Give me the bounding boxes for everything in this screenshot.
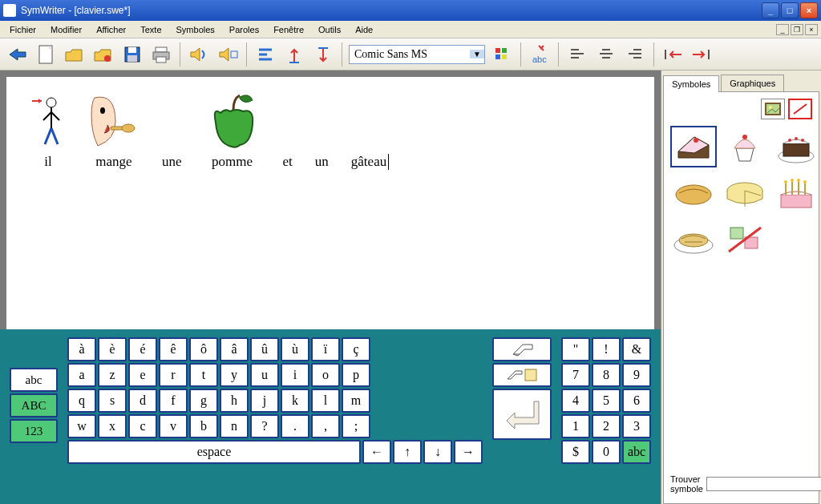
- menu-texte[interactable]: Texte: [134, 23, 168, 36]
- key-&[interactable]: &: [622, 337, 651, 361]
- key-arrow-up[interactable]: ↑: [393, 440, 422, 464]
- new-doc-icon[interactable]: [34, 42, 58, 67]
- key-q[interactable]: q: [67, 389, 96, 413]
- key-0[interactable]: 0: [592, 440, 621, 464]
- key-1[interactable]: 1: [561, 414, 590, 438]
- key-dollar[interactable]: $: [561, 440, 590, 464]
- key-w[interactable]: w: [67, 414, 96, 438]
- mdi-restore[interactable]: ❐: [791, 24, 803, 35]
- mode-123[interactable]: 123: [10, 419, 58, 443]
- open-icon[interactable]: [63, 42, 87, 67]
- key-2[interactable]: 2: [592, 414, 621, 438]
- close-button[interactable]: ×: [800, 2, 818, 18]
- key-y[interactable]: y: [220, 363, 249, 387]
- spellcheck-icon[interactable]: abc: [528, 42, 552, 67]
- symbol-cheese-wheel[interactable]: [722, 172, 768, 214]
- menu-fichier[interactable]: Fichier: [3, 23, 42, 36]
- key-"[interactable]: ": [561, 337, 590, 361]
- key-4[interactable]: 4: [561, 389, 590, 413]
- key-u[interactable]: u: [250, 363, 279, 387]
- key-à[interactable]: à: [67, 337, 96, 361]
- key-j[interactable]: j: [250, 389, 279, 413]
- key-ê[interactable]: ê: [159, 337, 188, 361]
- key-m[interactable]: m: [342, 389, 370, 413]
- key-f[interactable]: f: [159, 389, 188, 413]
- key-6[interactable]: 6: [622, 389, 651, 413]
- key-![interactable]: !: [592, 337, 621, 361]
- key-s[interactable]: s: [98, 389, 127, 413]
- key-arrow-right[interactable]: →: [454, 440, 483, 464]
- key-r[interactable]: r: [159, 363, 188, 387]
- symbol-fancy-cake[interactable]: [773, 126, 819, 167]
- menu-aide[interactable]: Aide: [349, 23, 379, 36]
- key-enter[interactable]: [492, 389, 552, 440]
- align-left-icon[interactable]: [253, 42, 277, 67]
- symbol-bread-roll[interactable]: [670, 172, 717, 214]
- key-i[interactable]: i: [281, 363, 309, 387]
- key-é[interactable]: é: [128, 337, 157, 361]
- key-ô[interactable]: ô: [189, 337, 218, 361]
- symbol-birthday-cake[interactable]: [773, 172, 819, 214]
- font-selector[interactable]: Comic Sans MS ▼: [349, 45, 485, 64]
- menu-modifier[interactable]: Modifier: [44, 23, 88, 36]
- mode-ABC[interactable]: ABC: [10, 393, 58, 417]
- no-symbol-icon[interactable]: [788, 99, 812, 119]
- key-c[interactable]: c: [128, 414, 157, 438]
- para-align-left-icon[interactable]: [565, 42, 589, 67]
- menu-fenetre[interactable]: Fenêtre: [267, 23, 310, 36]
- key-arrow-left[interactable]: ←: [362, 440, 391, 464]
- key-arrow-down[interactable]: ↓: [423, 440, 452, 464]
- key-ù[interactable]: ù: [281, 337, 309, 361]
- key-e[interactable]: e: [128, 363, 157, 387]
- indent-right-icon[interactable]: [690, 42, 714, 67]
- key-z[interactable]: z: [98, 363, 127, 387]
- speak-icon[interactable]: [187, 42, 211, 67]
- speak-word-icon[interactable]: [216, 42, 240, 67]
- key-è[interactable]: è: [98, 337, 127, 361]
- key-v[interactable]: v: [159, 414, 188, 438]
- key-.[interactable]: .: [281, 414, 309, 438]
- key-9[interactable]: 9: [622, 363, 651, 387]
- indent-left-icon[interactable]: [661, 42, 685, 67]
- key-ï[interactable]: ï: [311, 337, 340, 361]
- document[interactable]: il mange une: [6, 77, 654, 329]
- menu-outils[interactable]: Outils: [312, 23, 347, 36]
- para-align-right-icon[interactable]: [623, 42, 647, 67]
- key-,[interactable]: ,: [311, 414, 340, 438]
- menu-afficher[interactable]: Afficher: [90, 23, 132, 36]
- key-d[interactable]: d: [128, 389, 157, 413]
- key-o[interactable]: o: [311, 363, 340, 387]
- key-k[interactable]: k: [281, 389, 309, 413]
- print-icon[interactable]: [149, 42, 173, 67]
- mdi-minimize[interactable]: _: [776, 24, 789, 35]
- mdi-close[interactable]: ×: [805, 24, 818, 35]
- para-align-center-icon[interactable]: [594, 42, 618, 67]
- key-a[interactable]: a: [67, 363, 96, 387]
- picture-frame-icon[interactable]: [761, 99, 785, 119]
- save-icon[interactable]: [120, 42, 144, 67]
- key-7[interactable]: 7: [561, 363, 590, 387]
- tab-graphiques[interactable]: Graphiques: [721, 75, 784, 91]
- maximize-button[interactable]: □: [781, 2, 799, 18]
- key-h[interactable]: h: [220, 389, 249, 413]
- key-space[interactable]: espace: [67, 440, 361, 464]
- symbol-cake-slice[interactable]: [670, 126, 717, 167]
- symbol-cupcake[interactable]: [722, 126, 768, 167]
- back-icon[interactable]: [5, 42, 29, 67]
- key-b[interactable]: b: [189, 414, 218, 438]
- key-l[interactable]: l: [311, 389, 340, 413]
- mode-abc[interactable]: abc: [10, 368, 58, 392]
- key-â[interactable]: â: [220, 337, 249, 361]
- symbol-pie[interactable]: [670, 219, 717, 260]
- open-folder-red-icon[interactable]: [91, 42, 115, 67]
- key-abc-toggle[interactable]: abc: [622, 440, 651, 464]
- key-g[interactable]: g: [189, 389, 218, 413]
- key-û[interactable]: û: [250, 337, 279, 361]
- decrease-size-icon[interactable]: [311, 42, 335, 67]
- tab-symboles[interactable]: Symboles: [663, 75, 719, 92]
- symbol-no-symbol[interactable]: [722, 219, 768, 260]
- key-x[interactable]: x: [98, 414, 127, 438]
- key-n[interactable]: n: [220, 414, 249, 438]
- font-color-icon[interactable]: [490, 42, 514, 67]
- key-;[interactable]: ;: [342, 414, 370, 438]
